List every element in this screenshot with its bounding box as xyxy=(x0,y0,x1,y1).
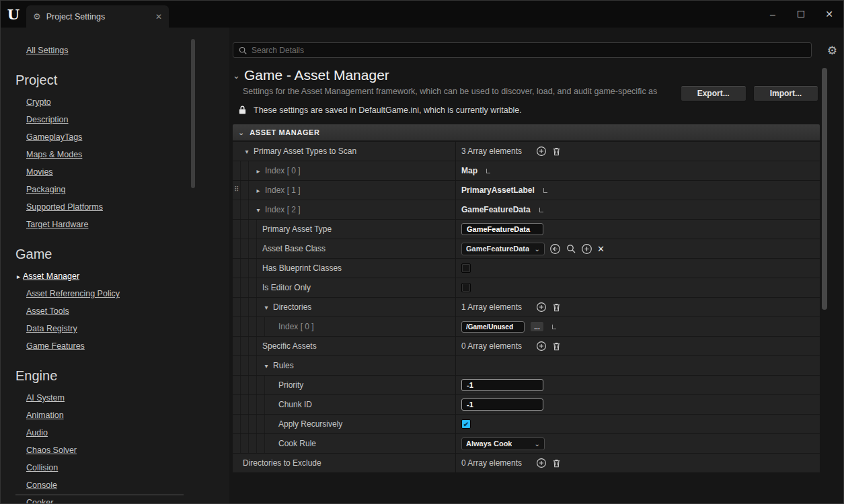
row-index-1[interactable]: ⠿ ▸ Index [ 1 ] PrimaryAssetLabel xyxy=(233,181,820,200)
property-label: Directories to Exclude xyxy=(243,458,321,468)
row-is-editor-only[interactable]: Is Editor Only xyxy=(233,278,820,297)
sidebar-item-asset-manager[interactable]: ▸ Asset Manager xyxy=(17,267,229,285)
delete-elements-icon[interactable] xyxy=(551,341,562,351)
row-directories-to-exclude[interactable]: Directories to Exclude 0 Array elements xyxy=(233,454,820,472)
minimize-button[interactable]: – xyxy=(759,1,787,28)
sidebar-item-collision[interactable]: Collision xyxy=(26,459,229,476)
page-description: Settings for the Asset Management framew… xyxy=(243,87,673,96)
row-chunk-id[interactable]: Chunk ID -1 xyxy=(233,395,820,414)
browse-directory-button[interactable]: ... xyxy=(531,322,543,331)
row-index-2[interactable]: ▾ Index [ 2 ] GameFeatureData xyxy=(233,200,820,219)
sidebar-item-asset-manager-label: Asset Manager xyxy=(23,267,79,285)
delete-elements-icon[interactable] xyxy=(551,302,562,312)
row-cook-rule[interactable]: Cook Rule Always Cook ⌄ xyxy=(233,434,820,453)
property-label: Chunk ID xyxy=(278,400,312,409)
row-index-0[interactable]: ▸ Index [ 0 ] Map xyxy=(233,161,820,180)
category-title: ASSET MANAGER xyxy=(250,128,319,136)
add-element-icon[interactable] xyxy=(536,146,547,157)
row-rules[interactable]: ▾ Rules xyxy=(233,356,820,375)
main-scrollbar[interactable] xyxy=(822,68,827,310)
delete-elements-icon[interactable] xyxy=(551,458,562,468)
expander-icon[interactable]: ▾ xyxy=(241,148,252,155)
project-settings-window: U ⚙ Project Settings ✕ – ☐ ✕ All Setting… xyxy=(0,0,844,504)
priority-field[interactable]: -1 xyxy=(461,379,543,391)
sidebar-item-crypto[interactable]: Crypto xyxy=(26,93,229,111)
add-class-icon[interactable] xyxy=(581,243,592,255)
sidebar-item-description[interactable]: Description xyxy=(26,111,229,128)
expander-icon[interactable]: ▸ xyxy=(253,167,264,175)
settings-sidebar: All Settings Project Crypto Description … xyxy=(1,28,229,503)
corner-return-icon xyxy=(543,188,547,193)
settings-gear-icon[interactable]: ⚙ xyxy=(827,44,837,58)
add-element-icon[interactable] xyxy=(536,458,547,468)
category-asset-manager[interactable]: ⌄ ASSET MANAGER xyxy=(233,124,820,140)
row-directories[interactable]: ▾ Directories 1 Array elements xyxy=(233,298,820,317)
sidebar-item-chaos-solver[interactable]: Chaos Solver xyxy=(26,442,229,459)
sidebar-item-ai-system[interactable]: AI System xyxy=(26,389,229,407)
has-blueprint-classes-checkbox[interactable] xyxy=(461,263,471,273)
sidebar-item-supported-platforms[interactable]: Supported Platforms xyxy=(26,198,229,216)
directory-path-field[interactable]: /Game/Unused xyxy=(461,321,525,333)
drag-handle-icon[interactable]: ⠿ xyxy=(234,185,238,193)
row-primary-asset-types-to-scan[interactable]: ▾ Primary Asset Types to Scan 3 Array el… xyxy=(233,142,820,161)
cook-rule-dropdown[interactable]: Always Cook ⌄ xyxy=(461,437,545,450)
add-element-icon[interactable] xyxy=(536,341,547,351)
expander-icon[interactable]: ▸ xyxy=(253,187,264,194)
is-editor-only-checkbox[interactable] xyxy=(461,283,471,292)
delete-elements-icon[interactable] xyxy=(551,146,562,157)
browse-asset-icon[interactable] xyxy=(566,243,576,254)
category-collapse-icon[interactable]: ⌄ xyxy=(238,128,244,137)
export-button[interactable]: Export... xyxy=(681,85,746,101)
row-asset-base-class[interactable]: Asset Base Class GameFeatureData ⌄ ✕ xyxy=(233,239,820,258)
sidebar-item-maps-modes[interactable]: Maps & Modes xyxy=(26,146,229,163)
sidebar-item-movies[interactable]: Movies xyxy=(26,163,229,181)
tab-project-settings[interactable]: ⚙ Project Settings ✕ xyxy=(26,5,169,28)
sidebar-item-console[interactable]: Console xyxy=(26,476,229,494)
unreal-logo-glyph: U xyxy=(7,6,20,23)
sidebar-section-engine: Engine xyxy=(15,368,229,384)
unreal-logo-icon[interactable]: U xyxy=(1,1,26,28)
row-primary-asset-type[interactable]: Primary Asset Type GameFeatureData xyxy=(233,220,820,239)
sidebar-item-animation[interactable]: Animation xyxy=(26,407,229,424)
search-input[interactable] xyxy=(252,46,806,55)
sidebar-item-asset-referencing-policy[interactable]: Asset Referencing Policy xyxy=(26,285,229,302)
close-button[interactable]: ✕ xyxy=(815,1,843,28)
search-details-box[interactable] xyxy=(233,42,812,58)
import-button[interactable]: Import... xyxy=(753,85,818,101)
sidebar-item-audio[interactable]: Audio xyxy=(26,424,229,442)
row-has-blueprint-classes[interactable]: Has Blueprint Classes xyxy=(233,259,820,278)
sidebar-item-all-settings[interactable]: All Settings xyxy=(26,42,229,59)
field-value: /Game/Unused xyxy=(466,323,513,331)
property-label: Priority xyxy=(278,380,303,390)
clear-icon[interactable]: ✕ xyxy=(597,244,605,254)
tab-close-icon[interactable]: ✕ xyxy=(155,12,162,22)
sidebar-item-packaging[interactable]: Packaging xyxy=(26,181,229,198)
sidebar-item-game-features[interactable]: Game Features xyxy=(26,337,229,355)
sidebar-item-data-registry[interactable]: Data Registry xyxy=(26,320,229,337)
array-count: 3 Array elements xyxy=(461,146,522,156)
add-element-icon[interactable] xyxy=(536,302,547,312)
expander-icon[interactable]: ▾ xyxy=(261,304,272,311)
details-panel: ⚙ ⌄ Game - Asset Manager Settings for th… xyxy=(229,28,843,503)
sidebar-section-game: Game xyxy=(15,247,229,262)
primary-asset-type-field[interactable]: GameFeatureData xyxy=(461,223,543,235)
sidebar-item-cooker[interactable]: Cooker xyxy=(26,494,229,503)
asset-base-class-dropdown[interactable]: GameFeatureData ⌄ xyxy=(461,243,545,255)
header-collapse-icon[interactable]: ⌄ xyxy=(233,71,240,81)
sidebar-item-gameplaytags[interactable]: GameplayTags xyxy=(26,128,229,146)
sidebar-item-asset-tools[interactable]: Asset Tools xyxy=(26,302,229,320)
property-label: Asset Base Class xyxy=(262,244,325,253)
use-selected-asset-icon[interactable] xyxy=(549,243,561,255)
expander-icon[interactable]: ▾ xyxy=(253,206,264,214)
apply-recursively-checkbox[interactable]: ✔ xyxy=(461,419,471,429)
sidebar-scrollbar[interactable] xyxy=(191,39,195,188)
row-directories-index-0[interactable]: Index [ 0 ] /Game/Unused ... xyxy=(233,317,820,336)
maximize-button[interactable]: ☐ xyxy=(787,1,815,28)
chunk-id-field[interactable]: -1 xyxy=(461,398,543,411)
sidebar-item-target-hardware[interactable]: Target Hardware xyxy=(26,216,229,233)
row-priority[interactable]: Priority -1 xyxy=(233,376,820,394)
row-apply-recursively[interactable]: Apply Recursively ✔ xyxy=(233,415,820,433)
row-specific-assets[interactable]: Specific Assets 0 Array elements xyxy=(233,337,820,355)
property-label: Rules xyxy=(273,361,294,370)
expander-icon[interactable]: ▾ xyxy=(261,362,272,370)
